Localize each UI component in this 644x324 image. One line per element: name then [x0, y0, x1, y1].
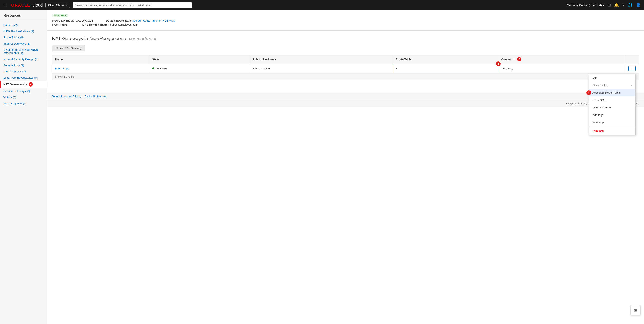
state-dot-icon	[152, 67, 154, 70]
ipv4-label: IPv4 CIDR Block:	[52, 19, 74, 22]
sidebar-item-6[interactable]: Security Lists (1)	[0, 62, 47, 68]
default-route-field: Default Route Table: Default Route Table…	[106, 19, 175, 22]
gateway-name-link[interactable]: hub-nat-gw	[55, 67, 69, 70]
table-container: Name State Public IP Address	[47, 55, 644, 80]
create-nat-gateway-button[interactable]: Create NAT Gateway	[52, 45, 85, 51]
dropdown-associate-route-table[interactable]: Associate Route Table 4	[589, 89, 636, 96]
dns-value: hubvcn.oraclevcn.com	[110, 23, 138, 26]
ipv6-field: IPv6 Prefix: -	[52, 23, 70, 26]
nat-gateways-table: Name State Public IP Address	[52, 55, 639, 73]
cell-created: Thu, May	[498, 64, 626, 73]
sidebar-item-10[interactable]: Service Gateways (0)	[0, 88, 47, 94]
sidebar-item-4[interactable]: Dynamic Routing Gateways Attachments (1)	[0, 47, 47, 56]
badge-3: 3	[517, 57, 522, 62]
dns-label: DNS Domain Name:	[82, 23, 108, 26]
sort-icon: ▼	[513, 58, 515, 60]
help-widget-icon: ⊞	[634, 308, 638, 313]
cell-route-table: - 2	[393, 64, 498, 73]
dropdown-copy-ocid[interactable]: Copy OCID	[589, 96, 636, 104]
default-route-label: Default Route Table:	[106, 19, 132, 22]
create-button-container: Create NAT Gateway	[47, 45, 644, 55]
nav-right: Germany Central (Frankfurt) ▾ ⊡ 🔔 ? 🌐 👤	[567, 3, 640, 8]
section-title-in: in	[84, 36, 88, 41]
badge-2: 2	[496, 62, 500, 66]
info-row-2: IPv6 Prefix: - DNS Domain Name: hubvcn.o…	[52, 23, 639, 26]
col-state[interactable]: State	[149, 55, 250, 64]
content-area: AVAILABLE IPv4 CIDR Block: 172.16.0.0/24…	[47, 10, 644, 324]
cookie-link[interactable]: Cookie Preferences	[84, 95, 107, 98]
globe-icon[interactable]: 🌐	[628, 3, 632, 8]
dropdown-divider	[589, 126, 636, 127]
dropdown-menu: Edit Block Traffic › Associate Route Tab…	[589, 74, 636, 135]
table-header-row: Name State Public IP Address	[52, 55, 639, 64]
main-layout: Resources Subnets (2)CIDR Blocks/Prefixe…	[0, 10, 644, 324]
footer: Terms of Use and Privacy Cookie Preferen…	[47, 93, 644, 100]
section-header: NAT Gateways in IwanHoogendoorn compartm…	[47, 31, 644, 45]
terms-link[interactable]: Terms of Use and Privacy	[52, 95, 81, 98]
dropdown-view-tags[interactable]: View tags	[589, 119, 636, 126]
bell-icon[interactable]: 🔔	[614, 3, 619, 8]
default-route-link[interactable]: Default Route Table for HUB-VCN	[134, 19, 175, 22]
ipv6-value: -	[68, 23, 70, 26]
table-row: hub-nat-gw Available 138.2.177.128 -	[52, 64, 639, 73]
sidebar-item-2[interactable]: Route Tables (5)	[0, 34, 47, 40]
sidebar-item-5[interactable]: Network Security Groups (0)	[0, 56, 47, 62]
dropdown-add-tags[interactable]: Add tags	[589, 111, 636, 119]
section-compartment-name: IwanHoogendoorn	[89, 36, 128, 41]
sidebar-item-11[interactable]: VLANs (0)	[0, 94, 47, 100]
dropdown-terminate[interactable]: Terminate	[589, 127, 636, 135]
hamburger-icon[interactable]: ☰	[4, 3, 7, 8]
dropdown-edit[interactable]: Edit	[589, 74, 636, 82]
search-bar[interactable]: Search resources, services, documentatio…	[73, 2, 192, 8]
showing-count: Showing 1 Items	[52, 73, 639, 80]
ipv4-field: IPv4 CIDR Block: 172.16.0.0/24	[52, 19, 93, 22]
info-panel: AVAILABLE IPv4 CIDR Block: 172.16.0.0/24…	[47, 10, 644, 31]
cloud-classic-button[interactable]: Cloud Classic >	[46, 2, 70, 8]
col-public-ip[interactable]: Public IP Address	[250, 55, 392, 64]
cell-public-ip: 138.2.177.128	[250, 64, 392, 73]
cell-state: Available	[149, 64, 250, 73]
route-table-value: -	[396, 67, 397, 70]
info-row-1: IPv4 CIDR Block: 172.16.0.0/24 Default R…	[52, 19, 639, 22]
oracle-logo: ORACLE Cloud	[11, 3, 43, 8]
badge-4: 4	[586, 90, 591, 95]
cloud-text: Cloud	[32, 3, 42, 8]
col-actions	[626, 55, 639, 64]
dropdown-block-traffic[interactable]: Block Traffic ›	[589, 82, 636, 89]
status-badge: AVAILABLE	[52, 14, 68, 17]
sidebar-item-0[interactable]: Subnets (2)	[0, 22, 47, 28]
region-label: Germany Central (Frankfurt)	[567, 4, 602, 7]
sidebar-item-1[interactable]: CIDR Blocks/Prefixes (1)	[0, 28, 47, 34]
sidebar: Resources Subnets (2)CIDR Blocks/Prefixe…	[0, 10, 47, 324]
dropdown-move-resource[interactable]: Move resource	[589, 104, 636, 111]
section-title-main: NAT Gateways	[52, 36, 83, 41]
sidebar-item-8[interactable]: Local Peering Gateways (0)	[0, 74, 47, 81]
help-icon[interactable]: ?	[622, 3, 624, 8]
user-icon[interactable]: 👤	[636, 3, 640, 8]
sidebar-item-3[interactable]: Internet Gateways (1)	[0, 40, 47, 47]
cell-actions: ⋮ Edit Block Traffic ›	[626, 64, 639, 73]
ipv4-value: 172.16.0.0/24	[76, 19, 93, 22]
oracle-text: ORACLE	[11, 3, 30, 8]
cell-name: hub-nat-gw	[52, 64, 149, 73]
region-chevron-icon: ▾	[603, 4, 604, 7]
col-created[interactable]: Created ▼ 3	[498, 55, 626, 64]
col-name[interactable]: Name	[52, 55, 149, 64]
section-title: NAT Gateways in IwanHoogendoorn compartm…	[52, 36, 639, 41]
actions-container: ⋮ Edit Block Traffic ›	[628, 66, 636, 71]
chevron-right-icon: ›	[631, 84, 632, 87]
top-navigation: ☰ ORACLE Cloud Cloud Classic > Search re…	[0, 0, 644, 10]
sidebar-item-12[interactable]: Work Requests (0)	[0, 100, 47, 106]
action-menu-button[interactable]: ⋮	[628, 66, 636, 71]
sidebar-item-9[interactable]: NAT Gateways (1)1	[0, 81, 47, 88]
col-route-table[interactable]: Route Table	[393, 55, 498, 64]
sidebar-item-7[interactable]: DHCP Options (1)	[0, 68, 47, 74]
sidebar-title: Resources	[0, 14, 47, 20]
console-icon[interactable]: ⊡	[608, 3, 611, 8]
section-compartment-label: compartment	[129, 36, 156, 41]
badge-1: 1	[28, 82, 33, 86]
help-widget[interactable]: ⊞	[630, 305, 640, 316]
ipv6-label: IPv6 Prefix:	[52, 23, 67, 26]
copyright-bar: Copyright © 2024, Oracle and/or its affi…	[47, 100, 644, 107]
region-selector[interactable]: Germany Central (Frankfurt) ▾	[567, 4, 604, 7]
